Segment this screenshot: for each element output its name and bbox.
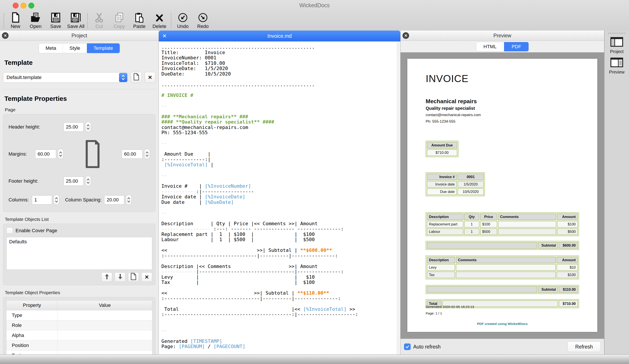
tab-template[interactable]: Template — [87, 43, 120, 53]
toolbar-item-label: Paste — [133, 24, 146, 29]
margins-label: Margins: — [8, 151, 35, 157]
editor-text[interactable]: ........................................… — [159, 41, 397, 355]
property-value[interactable] — [57, 351, 152, 355]
property-row[interactable]: Role — [6, 320, 152, 330]
preview-tab-pdf[interactable]: PDF — [504, 42, 529, 51]
auto-refresh-checkbox[interactable] — [404, 344, 411, 350]
margin-left-input[interactable]: 60.00 — [35, 150, 56, 159]
property-name: Role — [6, 320, 57, 330]
open-button[interactable]: Open — [25, 12, 46, 29]
project-panel: ✕ Project MetaStyleTemplate Template Def… — [0, 31, 159, 355]
new-button[interactable]: New — [5, 12, 25, 29]
toolbar-item-label: Undo — [177, 24, 189, 29]
template-select[interactable]: Default.template — [3, 72, 128, 83]
panel-sidebar: ProjectPreview — [604, 31, 629, 355]
table-cell: Levy — [427, 264, 455, 271]
close-preview-panel-icon[interactable]: ✕ — [403, 32, 409, 39]
delete-button[interactable]: Delete — [149, 12, 169, 29]
project-panel-body: MetaStyleTemplate Template Default.templ… — [0, 41, 158, 355]
editor-body[interactable]: ........................................… — [159, 41, 400, 355]
total-value: $710.00 — [559, 300, 578, 307]
columns-input[interactable]: 1 — [32, 195, 52, 204]
preview-tab-html[interactable]: HTML — [476, 42, 504, 51]
table-cell — [456, 272, 556, 278]
property-value[interactable] — [57, 330, 152, 340]
sidebar-item-preview[interactable]: Preview — [605, 58, 629, 75]
preview-tabs-row: HTMLPDF — [401, 41, 604, 53]
down-arrow-icon — [117, 273, 123, 281]
refresh-button[interactable]: Refresh — [567, 342, 601, 352]
margins-page-icon — [64, 140, 122, 168]
footer-height-stepper[interactable] — [85, 176, 91, 186]
charges-table: DescriptionCommentsAmount Levy$10Tax$100 — [426, 256, 579, 279]
tab-meta[interactable]: Meta — [39, 43, 63, 53]
close-editor-icon[interactable]: ✕ — [162, 31, 167, 41]
window-titlebar: WickedDocs NewOpenSaveSave AllCutCopyPas… — [0, 0, 629, 31]
delete-icon — [155, 12, 163, 23]
generated-timestamp: Generated 2020-02-05 18:23:13 — [426, 305, 474, 309]
property-row[interactable]: Position — [6, 340, 152, 351]
page-group-label: Page — [5, 107, 156, 112]
save-button[interactable]: Save — [46, 12, 66, 29]
template-objects-list[interactable]: Defaults — [6, 237, 152, 270]
columns-stepper[interactable] — [53, 195, 59, 205]
list-item[interactable]: Defaults — [9, 239, 149, 245]
paste-button[interactable]: Paste — [129, 12, 149, 29]
delete-template-button[interactable]: ✕ — [145, 72, 156, 83]
property-value[interactable] — [57, 320, 152, 330]
remove-object-button[interactable]: ✕ — [141, 272, 152, 282]
column-spacing-input[interactable]: 20.00 — [104, 195, 124, 204]
pdf-viewer[interactable]: INVOICE Mechanical repairs Quality repai… — [401, 52, 604, 339]
header-height-input[interactable]: 25.00 — [64, 122, 84, 132]
column-spacing-stepper[interactable] — [126, 195, 132, 205]
property-name: Text — [6, 351, 57, 355]
preview-panel-icon — [611, 58, 623, 68]
new-template-button[interactable] — [131, 72, 142, 83]
move-object-down-button[interactable] — [115, 272, 126, 282]
subtotal-label: Subtotal — [538, 286, 558, 293]
enable-cover-page-checkbox[interactable] — [6, 227, 13, 234]
close-project-panel-icon[interactable]: ✕ — [2, 32, 8, 39]
move-object-up-button[interactable] — [101, 272, 112, 282]
up-arrow-icon — [104, 273, 110, 281]
table-cell — [456, 264, 556, 271]
table-cell: Labour — [427, 228, 464, 235]
property-row[interactable]: Alpha — [6, 330, 152, 340]
select-chevrons-icon — [119, 73, 127, 82]
table-cell: $100 — [557, 272, 578, 278]
object-properties-group: Property Value TypeRoleAlphaPositionText… — [3, 297, 156, 355]
drag-handle-dots[interactable] — [608, 33, 625, 34]
table-cell: Tax — [427, 272, 455, 278]
margin-right-stepper[interactable] — [144, 149, 150, 159]
property-value[interactable] — [57, 310, 152, 320]
table-cell: $500 — [480, 228, 497, 235]
margin-left-stepper[interactable] — [58, 149, 64, 159]
sidebar-item-project[interactable]: Project — [605, 37, 629, 54]
property-row[interactable]: Type — [6, 310, 152, 320]
object-properties-label: Template Object Properties — [5, 290, 156, 295]
preview-tabs: HTMLPDF — [476, 42, 529, 52]
save-all-button[interactable]: Save All — [66, 12, 86, 29]
undo-button[interactable]: Undo — [173, 12, 193, 29]
editor-scrollbar[interactable] — [397, 41, 400, 355]
template-properties-heading: Template Properties — [4, 95, 156, 102]
column-spacing-label: Column Spacing: — [65, 197, 102, 203]
pdf-page: INVOICE Mechanical repairs Quality repai… — [407, 59, 597, 332]
meta-value: 10/5/2020 — [458, 188, 484, 195]
enable-cover-page-label: Enable Cover Page — [15, 228, 57, 234]
property-value[interactable] — [57, 340, 152, 351]
column-header: Comments — [456, 257, 556, 263]
margin-right-input[interactable]: 60.00 — [122, 150, 143, 159]
redo-button[interactable]: Redo — [193, 12, 213, 29]
page-properties-group: Header height: 25.00 Margins: 60.00 60.0… — [3, 114, 156, 212]
toolbar-item-label: Redo — [197, 24, 209, 29]
header-height-stepper[interactable] — [85, 122, 91, 132]
footer-height-input[interactable]: 25.00 — [64, 177, 84, 186]
open-folder-icon — [30, 12, 41, 23]
project-tabs: MetaStyleTemplate — [39, 43, 120, 53]
subtotal-value: $600.00 — [559, 242, 578, 249]
editor-panel: ✕ Invoice.md ...........................… — [159, 31, 401, 355]
property-row[interactable]: Text — [6, 351, 152, 355]
tab-style[interactable]: Style — [63, 43, 87, 53]
add-object-button[interactable] — [128, 272, 139, 282]
